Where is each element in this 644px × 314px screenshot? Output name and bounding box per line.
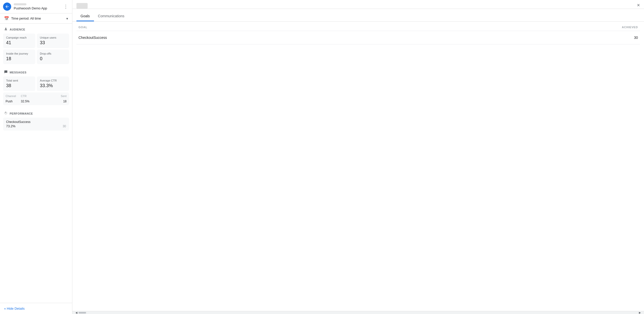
tab-goals[interactable]: Goals [76,11,94,21]
goals-table-header: GOAL ACHIEVED [76,22,640,31]
tabs-row: Goals Communications [72,11,644,22]
performance-section: CheckoutSuccess 73.2% 30 [0,118,72,133]
performance-icon [4,111,8,116]
audience-stats-grid: Campaign reach 41 Unique users 33 Inside… [0,34,72,67]
tab-communications[interactable]: Communications [94,11,128,21]
scroll-bar: ◀ ▶ [72,311,644,314]
messages-stats-row: Total sent 38 Average CTR 33.3% [3,76,69,91]
main-body: GOAL ACHIEVED CheckoutSuccess 30 [72,22,644,311]
calendar-icon: 📅 [4,16,9,21]
messages-section: Total sent 38 Average CTR 33.3% Channel … [0,76,72,108]
chevron-down-icon: ▾ [66,17,68,21]
inside-journey-value: 18 [6,56,32,61]
total-sent-value: 38 [6,83,32,88]
performance-card: CheckoutSuccess 73.2% 30 [3,118,69,131]
main-logo [76,3,640,9]
scroll-thumb[interactable] [78,312,86,313]
unique-users-label: Unique users [40,36,66,39]
channel-table: Channel CTR Sent Push 32.5% 18 [3,92,69,105]
unique-users-card: Unique users 33 [37,34,69,48]
drop-offs-label: Drop-offs [40,52,66,55]
time-period-label: Time period: All time [11,17,64,20]
perf-item-name: CheckoutSuccess [6,120,66,124]
main-content: × Goals Communications GOAL ACHIEVED Che… [72,0,644,314]
channel-table-header: Channel CTR Sent [6,95,67,99]
channel-col-header: Channel [6,95,21,98]
messages-section-label: MESSAGES [0,67,72,76]
perf-pct: 73.2% [6,124,15,128]
campaign-reach-card: Campaign reach 41 [3,34,35,48]
perf-count: 30 [63,124,66,128]
messages-label: MESSAGES [10,71,26,74]
scroll-left-arrow[interactable]: ◀ [74,311,78,314]
audience-section-label: AUDIENCE [0,24,72,34]
time-period-selector[interactable]: 📅 Time period: All time ▾ [0,13,72,24]
avg-ctr-card: Average CTR 33.3% [37,76,69,91]
app-info: Pushwoosh Demo App [14,3,60,10]
logo-image [76,3,88,9]
hide-details-button[interactable]: « Hide Details [0,303,72,314]
channel-name: Push [6,100,21,103]
avg-ctr-label: Average CTR [40,79,66,82]
drop-offs-value: 0 [40,56,66,61]
sidebar-header: Pushwoosh Demo App ⋮ [0,0,72,13]
messages-icon [4,70,8,74]
drop-offs-card: Drop-offs 0 [37,50,69,64]
inside-journey-label: Inside the journey [6,52,32,55]
goal-achieved: 30 [634,36,638,40]
channel-ctr: 32.5% [21,100,63,103]
more-button[interactable]: ⋮ [62,3,69,10]
total-sent-label: Total sent [6,79,32,82]
goal-name: CheckoutSuccess [78,36,107,40]
goal-row: CheckoutSuccess 30 [76,31,640,44]
audience-icon [4,27,8,32]
back-button[interactable] [3,3,11,11]
app-name-placeholder [14,3,26,5]
ctr-col-header: CTR [21,95,61,98]
channel-sent: 18 [63,100,67,103]
inside-journey-card: Inside the journey 18 [3,50,35,64]
total-sent-card: Total sent 38 [3,76,35,91]
goal-col-header: GOAL [78,26,87,29]
channel-row: Push 32.5% 18 [6,100,67,103]
performance-section-label: PERFORMANCE [0,108,72,118]
app-title: Pushwoosh Demo App [14,6,60,10]
campaign-reach-value: 41 [6,40,32,45]
close-button[interactable]: × [637,3,640,8]
perf-item-row: 73.2% 30 [6,124,66,128]
achieved-col-header: ACHIEVED [622,26,638,29]
sent-col-header: Sent [61,95,67,98]
avg-ctr-value: 33.3% [40,83,66,88]
sidebar: Pushwoosh Demo App ⋮ 📅 Time period: All … [0,0,72,314]
campaign-reach-label: Campaign reach [6,36,32,39]
performance-label: PERFORMANCE [10,112,33,115]
audience-label: AUDIENCE [10,28,25,31]
main-header: × [72,0,644,9]
scroll-right-arrow[interactable]: ▶ [638,311,642,314]
unique-users-value: 33 [40,40,66,45]
